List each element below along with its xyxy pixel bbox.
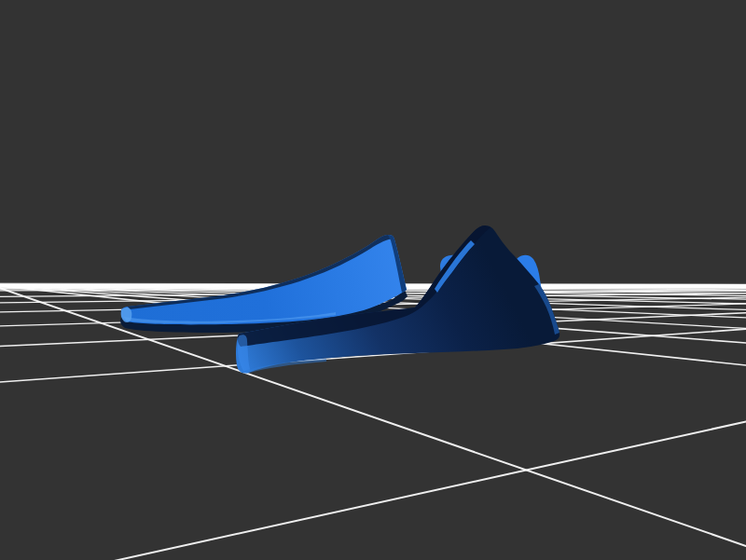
scene-canvas[interactable]	[0, 0, 746, 560]
3d-viewport[interactable]	[0, 0, 746, 560]
